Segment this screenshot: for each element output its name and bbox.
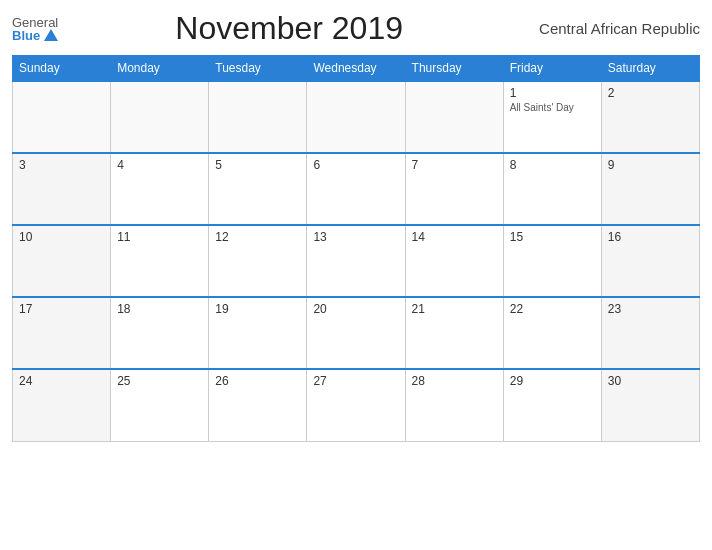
day-number: 28 [412,374,497,388]
calendar-day-cell: 3 [13,153,111,225]
day-number: 9 [608,158,693,172]
weekday-header: Sunday [13,56,111,82]
day-number: 26 [215,374,300,388]
day-number: 7 [412,158,497,172]
weekday-header: Monday [111,56,209,82]
day-number: 20 [313,302,398,316]
holiday-label: All Saints' Day [510,102,595,113]
day-number: 5 [215,158,300,172]
country-name: Central African Republic [520,20,700,37]
logo: General Blue [12,16,58,42]
calendar-day-cell [13,81,111,153]
day-number: 30 [608,374,693,388]
day-number: 14 [412,230,497,244]
day-number: 23 [608,302,693,316]
calendar-day-cell: 11 [111,225,209,297]
calendar-day-cell: 25 [111,369,209,441]
calendar-day-cell: 22 [503,297,601,369]
weekday-header: Tuesday [209,56,307,82]
calendar-day-cell: 13 [307,225,405,297]
calendar-day-cell: 7 [405,153,503,225]
calendar-day-cell: 30 [601,369,699,441]
calendar-day-cell: 26 [209,369,307,441]
calendar-day-cell: 12 [209,225,307,297]
day-number: 12 [215,230,300,244]
calendar-day-cell: 16 [601,225,699,297]
calendar-day-cell: 18 [111,297,209,369]
day-number: 18 [117,302,202,316]
calendar-day-cell: 28 [405,369,503,441]
calendar-day-cell [209,81,307,153]
calendar-header-row: SundayMondayTuesdayWednesdayThursdayFrid… [13,56,700,82]
calendar-day-cell: 15 [503,225,601,297]
calendar-day-cell [111,81,209,153]
calendar-title: November 2019 [58,10,520,47]
weekday-header: Thursday [405,56,503,82]
day-number: 19 [215,302,300,316]
day-number: 22 [510,302,595,316]
weekday-header: Friday [503,56,601,82]
logo-blue-text: Blue [12,29,40,42]
calendar-day-cell: 23 [601,297,699,369]
day-number: 10 [19,230,104,244]
page: General Blue November 2019 Central Afric… [0,0,712,550]
calendar-day-cell: 8 [503,153,601,225]
calendar-day-cell: 24 [13,369,111,441]
day-number: 15 [510,230,595,244]
calendar-day-cell: 5 [209,153,307,225]
calendar-day-cell: 10 [13,225,111,297]
calendar-table: SundayMondayTuesdayWednesdayThursdayFrid… [12,55,700,442]
day-number: 11 [117,230,202,244]
calendar-day-cell: 19 [209,297,307,369]
calendar-week-row: 24252627282930 [13,369,700,441]
calendar-day-cell: 20 [307,297,405,369]
day-number: 17 [19,302,104,316]
calendar-day-cell: 2 [601,81,699,153]
day-number: 16 [608,230,693,244]
day-number: 8 [510,158,595,172]
header: General Blue November 2019 Central Afric… [12,10,700,47]
day-number: 27 [313,374,398,388]
logo-triangle-icon [44,29,58,41]
calendar-day-cell: 27 [307,369,405,441]
day-number: 21 [412,302,497,316]
calendar-day-cell: 29 [503,369,601,441]
calendar-week-row: 17181920212223 [13,297,700,369]
calendar-day-cell: 17 [13,297,111,369]
calendar-day-cell: 14 [405,225,503,297]
weekday-header: Saturday [601,56,699,82]
day-number: 4 [117,158,202,172]
calendar-day-cell: 9 [601,153,699,225]
day-number: 6 [313,158,398,172]
day-number: 2 [608,86,693,100]
calendar-day-cell: 6 [307,153,405,225]
day-number: 3 [19,158,104,172]
calendar-week-row: 3456789 [13,153,700,225]
day-number: 24 [19,374,104,388]
calendar-day-cell: 4 [111,153,209,225]
calendar-day-cell [405,81,503,153]
day-number: 1 [510,86,595,100]
day-number: 13 [313,230,398,244]
day-number: 25 [117,374,202,388]
calendar-day-cell [307,81,405,153]
calendar-week-row: 10111213141516 [13,225,700,297]
calendar-day-cell: 1All Saints' Day [503,81,601,153]
day-number: 29 [510,374,595,388]
calendar-day-cell: 21 [405,297,503,369]
logo-general-text: General [12,16,58,29]
calendar-week-row: 1All Saints' Day2 [13,81,700,153]
weekday-header: Wednesday [307,56,405,82]
